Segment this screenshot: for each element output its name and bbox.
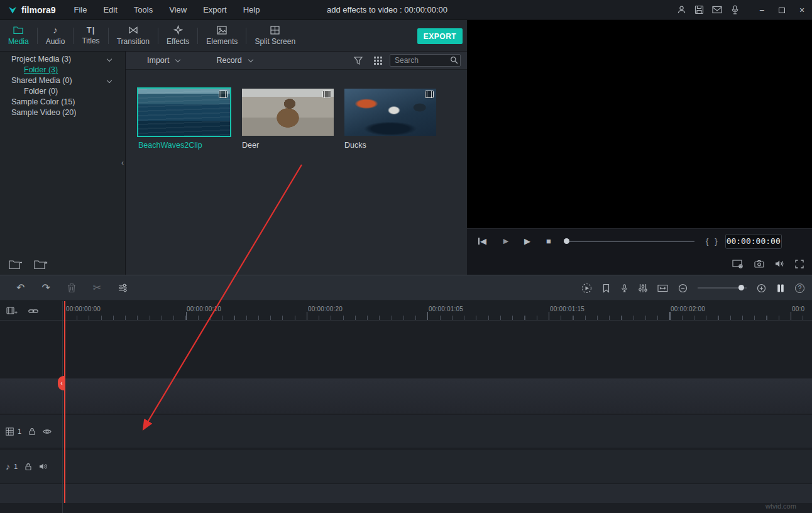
zoom-out-button[interactable] <box>678 284 688 293</box>
toggle-visibility-eye-icon[interactable] <box>43 428 52 435</box>
chevron-down-icon[interactable] <box>107 78 112 83</box>
timecode-display: 00:00:00:00 <box>725 234 782 249</box>
account-icon[interactable] <box>677 5 686 14</box>
library-tab-bar: Media ♪ Audio T| Titles Transition Effec… <box>0 20 467 52</box>
titles-icon: T| <box>87 26 96 34</box>
search-icon <box>450 56 458 64</box>
timeline-panel: 00:00:00:00 00:00:00:10 00:00:00:20 00:0… <box>0 301 812 513</box>
playhead[interactable] <box>64 301 65 503</box>
tab-elements[interactable]: Elements <box>198 20 246 51</box>
save-project-icon[interactable] <box>694 5 704 14</box>
audio-mixer-button[interactable] <box>639 284 647 293</box>
clip-thumbnail[interactable] <box>344 89 436 136</box>
video-track-number: 1 <box>18 428 21 435</box>
render-preview-button[interactable] <box>581 283 592 294</box>
help-button[interactable]: ? <box>795 284 804 293</box>
mark-out-button[interactable]: } <box>715 236 717 246</box>
step-backward-button[interactable]: ◀ <box>478 236 491 246</box>
playback-controls: ◀ ▶ ▶ ■ { } 00:00:00:00 <box>467 228 812 253</box>
audio-track-lane <box>0 450 812 483</box>
ruler-label: 00:00:00:20 <box>308 306 343 312</box>
collapse-panel-icon[interactable]: ‹ <box>121 158 124 167</box>
sidebar-item-project-media[interactable]: Project Media (3) <box>0 54 125 65</box>
zoom-slider[interactable] <box>698 287 747 289</box>
seek-slider[interactable] <box>564 241 694 242</box>
tab-media[interactable]: Media <box>0 20 37 51</box>
close-button[interactable]: × <box>797 5 807 15</box>
sidebar-item-shared-media[interactable]: Shared Media (0) <box>0 75 125 86</box>
sidebar-item-sample-color[interactable]: Sample Color (15) <box>0 97 125 108</box>
filter-icon[interactable] <box>354 57 363 65</box>
add-folder-button[interactable] <box>9 259 23 270</box>
mark-in-button[interactable]: { <box>706 236 708 246</box>
tab-label: Audio <box>46 37 65 46</box>
snapshot-camera-icon[interactable] <box>754 260 764 268</box>
grid-view-icon[interactable] <box>374 57 382 65</box>
video-track-lane <box>0 415 812 448</box>
sidebar-item-sample-video[interactable]: Sample Video (20) <box>0 108 125 118</box>
tab-effects[interactable]: Effects <box>158 20 197 51</box>
menu-file[interactable]: File <box>65 5 95 14</box>
ruler-label: 00:00:01:05 <box>429 306 463 312</box>
timeline-ruler[interactable]: 00:00:00:00 00:00:00:10 00:00:00:20 00:0… <box>0 301 812 321</box>
tab-titles[interactable]: T| Titles <box>74 20 107 51</box>
lock-track-icon[interactable] <box>28 428 36 436</box>
tab-split-screen[interactable]: Split Screen <box>246 20 304 51</box>
menu-tools[interactable]: Tools <box>126 5 161 14</box>
tab-audio[interactable]: ♪ Audio <box>38 20 74 51</box>
play-button[interactable]: ▶ <box>521 236 534 246</box>
clip-thumbnail[interactable] <box>242 89 334 136</box>
audio-track-number: 1 <box>14 463 18 470</box>
record-voiceover-button[interactable] <box>620 284 628 293</box>
ruler-label: 00:00:00:00 <box>66 306 101 312</box>
menu-export[interactable]: Export <box>195 5 235 14</box>
add-to-timeline-icon[interactable] <box>6 306 18 316</box>
fullscreen-icon[interactable] <box>795 260 804 268</box>
mail-icon[interactable] <box>712 6 722 14</box>
edit-tools: ↶ ↷ ✂ <box>0 283 128 293</box>
mute-speaker-icon[interactable] <box>39 463 48 470</box>
tab-label: Elements <box>206 37 238 46</box>
record-dropdown[interactable]: Record <box>216 56 252 65</box>
track-header-column: 1 ♪ 1 <box>0 301 63 513</box>
export-button[interactable]: EXPORT <box>417 28 463 44</box>
search-box[interactable] <box>390 54 461 67</box>
maximize-button[interactable] <box>777 5 787 15</box>
tab-label: Titles <box>82 36 99 45</box>
minimize-button[interactable]: − <box>757 5 767 15</box>
stop-button[interactable]: ■ <box>542 236 555 246</box>
fit-to-timeline-button[interactable] <box>657 284 668 292</box>
delete-folder-button[interactable] <box>34 259 48 270</box>
zoom-handle[interactable] <box>738 285 744 290</box>
menu-view[interactable]: View <box>161 5 195 14</box>
media-clip-deer[interactable]: Deer <box>242 89 334 150</box>
transition-icon <box>128 26 138 35</box>
frame-forward-button[interactable]: ▶ <box>500 237 512 245</box>
seek-handle[interactable] <box>564 238 569 244</box>
lock-track-icon[interactable] <box>25 463 32 471</box>
marker-button[interactable] <box>602 284 610 293</box>
zoom-in-button[interactable] <box>757 284 766 293</box>
playhead-handle[interactable]: ‹ <box>58 376 65 390</box>
display-settings-icon[interactable] <box>732 260 743 268</box>
media-clip-beachwaves[interactable]: BeachWaves2Clip <box>138 89 230 150</box>
menu-edit[interactable]: Edit <box>95 5 125 14</box>
tab-transition[interactable]: Transition <box>109 20 158 51</box>
volume-icon[interactable] <box>775 260 784 268</box>
redo-button[interactable]: ↷ <box>41 283 50 293</box>
step-backward-icon: ◀ <box>480 236 486 246</box>
undo-button[interactable]: ↶ <box>16 283 25 293</box>
project-title: add effects to video : 00:00:00:00 <box>236 5 538 14</box>
adjust-settings-button[interactable] <box>118 284 128 292</box>
media-clip-ducks[interactable]: Ducks <box>344 89 436 150</box>
import-dropdown[interactable]: Import <box>147 56 180 65</box>
delete-button[interactable] <box>67 283 76 293</box>
sidebar-item-folder-0[interactable]: Folder (0) <box>0 86 125 97</box>
sidebar-item-folder-3[interactable]: Folder (3) <box>0 65 125 75</box>
chevron-down-icon[interactable] <box>107 57 112 62</box>
link-icon[interactable] <box>28 306 38 316</box>
manage-tracks-button[interactable] <box>776 284 785 293</box>
mic-icon[interactable] <box>730 5 740 14</box>
clip-thumbnail[interactable] <box>138 89 230 136</box>
split-scissors-button[interactable]: ✂ <box>93 283 101 293</box>
